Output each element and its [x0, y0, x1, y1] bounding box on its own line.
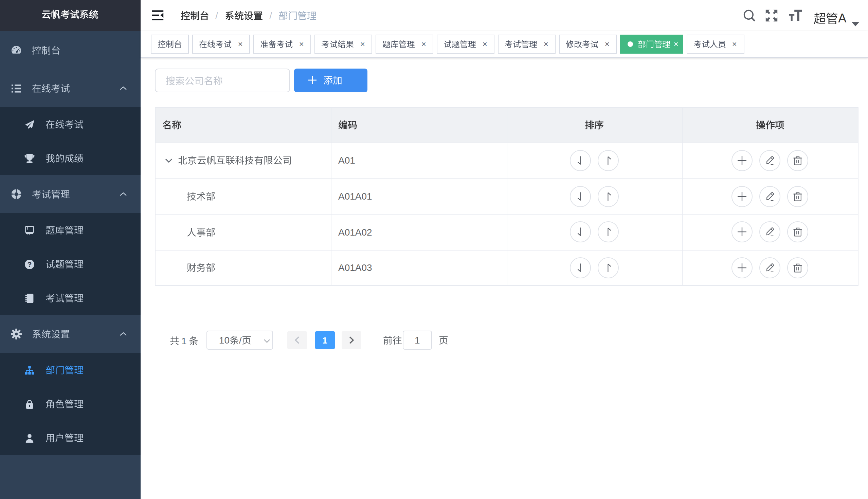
svg-text:?: ? — [27, 260, 32, 268]
